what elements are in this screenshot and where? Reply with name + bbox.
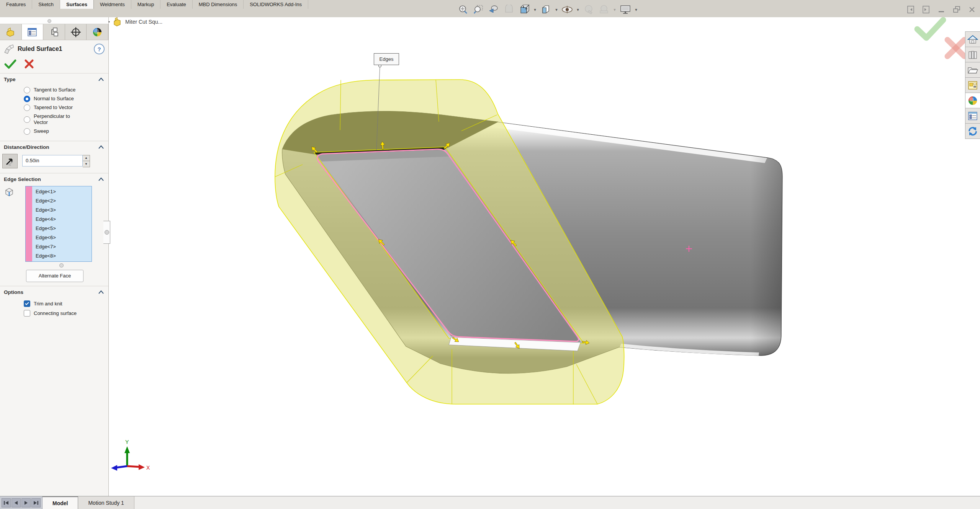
panel-top-strip xyxy=(0,17,108,24)
edge-list-item[interactable]: Edge<6> xyxy=(32,233,92,242)
collapse-pane-right-icon[interactable] xyxy=(921,5,931,15)
radio-label[interactable]: Normal to Surface xyxy=(34,96,74,102)
close-button[interactable] xyxy=(967,5,977,15)
hide-show-items-dropdown[interactable]: ▾ xyxy=(576,7,580,12)
appearances-icon[interactable] xyxy=(965,93,980,108)
tab-solidworks-addins[interactable]: SOLIDWORKS Add-Ins xyxy=(244,0,308,9)
distance-input[interactable] xyxy=(22,155,83,166)
restore-button[interactable] xyxy=(952,5,962,15)
edge-list-item[interactable]: Edge<5> xyxy=(32,224,92,233)
distance-direction-section: Distance/Direction ▲▼ xyxy=(0,141,108,173)
task-pane xyxy=(965,31,980,139)
viewport-3d-scene[interactable]: Y X Z xyxy=(0,0,980,509)
checkbox-label[interactable]: Connecting surface xyxy=(34,310,77,316)
edge-list-item[interactable]: Edge<8> xyxy=(32,251,92,261)
tab-property-manager[interactable] xyxy=(22,24,44,40)
hide-show-items-icon[interactable] xyxy=(561,3,574,16)
heads-up-toolbar: ▾ ▾ ▾ ▾ ▾ xyxy=(0,9,980,17)
view-palette-icon[interactable] xyxy=(965,78,980,93)
radio-tangent-to-surface[interactable] xyxy=(24,87,30,93)
radio-label[interactable]: Tapered to Vector xyxy=(34,104,73,111)
radio-sweep[interactable] xyxy=(24,128,30,135)
breadcrumb-label[interactable]: Miter Cut Squ... xyxy=(125,19,162,25)
previous-view-icon[interactable] xyxy=(487,3,500,16)
radio-tapered-to-vector[interactable] xyxy=(24,104,30,111)
checkbox-trim-and-knit[interactable] xyxy=(24,300,30,307)
tab-sketch[interactable]: Sketch xyxy=(32,0,60,9)
tab-mbd-dimensions[interactable]: MBD Dimensions xyxy=(193,0,244,9)
confirm-ok-button[interactable] xyxy=(917,20,943,38)
edge-selection-section: Edge Selection Edge<1> Edge<2> Edge<3> E… xyxy=(0,173,108,286)
confirm-cancel-button[interactable] xyxy=(947,40,964,56)
edge-list-item[interactable]: Edge<3> xyxy=(32,206,92,215)
apply-scene-dropdown: ▾ xyxy=(613,7,617,12)
list-resize-handle[interactable] xyxy=(59,263,64,268)
panel-title: Ruled Surface1 xyxy=(18,46,91,52)
view-orientation-icon[interactable] xyxy=(518,3,531,16)
display-style-dropdown[interactable]: ▾ xyxy=(555,7,558,12)
first-tab-button[interactable] xyxy=(2,498,11,507)
collapse-chevron-icon[interactable] xyxy=(98,78,104,81)
tab-dimxpert-manager[interactable] xyxy=(65,24,87,40)
help-button[interactable]: ? xyxy=(94,44,105,54)
type-section: Type Tangent to Surface Normal to Surfac… xyxy=(0,73,108,141)
radio-label[interactable]: Sweep xyxy=(34,128,49,134)
reference-triad: Y X Z xyxy=(104,439,150,471)
zoom-to-fit-icon[interactable] xyxy=(456,3,470,16)
design-library-icon[interactable] xyxy=(965,47,980,62)
collapse-chevron-icon[interactable] xyxy=(98,145,104,149)
radio-perpendicular-to-vector[interactable] xyxy=(24,116,30,123)
home-icon[interactable] xyxy=(965,31,980,47)
tab-display-manager[interactable] xyxy=(87,24,108,40)
solidworks-resources-icon[interactable] xyxy=(965,124,980,139)
panel-splitter-handle[interactable] xyxy=(103,221,110,244)
checkbox-label[interactable]: Trim and knit xyxy=(34,301,62,307)
radio-label[interactable]: Perpendicular to Vector xyxy=(34,113,82,126)
radio-normal-to-surface[interactable] xyxy=(24,96,30,102)
tab-surfaces[interactable]: Surfaces xyxy=(60,0,94,9)
property-manager-panel: Ruled Surface1 ? Type Tangent to Surface… xyxy=(0,17,109,496)
zoom-to-area-icon[interactable] xyxy=(472,3,485,16)
edge-list-item[interactable]: Edge<4> xyxy=(32,215,92,224)
edge-list-item[interactable]: Edge<7> xyxy=(32,242,92,251)
collapse-chevron-icon[interactable] xyxy=(98,290,104,294)
edge-selection-list[interactable]: Edge<1> Edge<2> Edge<3> Edge<4> Edge<5> … xyxy=(25,186,92,262)
reverse-direction-button[interactable] xyxy=(2,154,18,168)
distance-section-header[interactable]: Distance/Direction xyxy=(4,144,98,150)
tab-feature-manager[interactable] xyxy=(0,24,22,40)
file-explorer-icon[interactable] xyxy=(965,62,980,78)
apply-scene-icon xyxy=(597,3,610,16)
tab-motion-study-1[interactable]: Motion Study 1 xyxy=(78,496,134,509)
view-settings-dropdown[interactable]: ▾ xyxy=(634,7,638,12)
distance-spinner[interactable]: ▲▼ xyxy=(83,155,90,167)
tab-configuration-manager[interactable] xyxy=(43,24,65,40)
ok-button[interactable] xyxy=(4,59,17,69)
cancel-button[interactable] xyxy=(24,59,34,69)
next-tab-button[interactable] xyxy=(21,498,31,507)
type-section-header[interactable]: Type xyxy=(4,77,98,82)
checkbox-connecting-surface[interactable] xyxy=(24,310,30,316)
tab-features[interactable]: Features xyxy=(0,0,32,9)
view-orientation-dropdown[interactable]: ▾ xyxy=(533,7,537,12)
minimize-button[interactable] xyxy=(936,5,946,15)
display-style-icon[interactable] xyxy=(539,3,552,16)
radio-label[interactable]: Tangent to Surface xyxy=(34,87,75,93)
view-settings-icon[interactable] xyxy=(619,3,632,16)
tab-markup[interactable]: Markup xyxy=(131,0,160,9)
custom-properties-icon[interactable] xyxy=(965,108,980,124)
options-section-header[interactable]: Options xyxy=(4,289,98,295)
edge-selection-header[interactable]: Edge Selection xyxy=(4,176,98,182)
edges-callout[interactable]: Edges xyxy=(374,53,399,65)
collapse-chevron-icon[interactable] xyxy=(98,178,104,181)
alternate-face-button[interactable]: Alternate Face xyxy=(26,270,83,282)
previous-tab-button[interactable] xyxy=(11,498,21,507)
tab-model[interactable]: Model xyxy=(43,496,78,509)
tab-weldments[interactable]: Weldments xyxy=(94,0,131,9)
panel-grip-handle[interactable] xyxy=(47,19,51,23)
tab-evaluate[interactable]: Evaluate xyxy=(160,0,193,9)
last-tab-button[interactable] xyxy=(31,498,41,507)
collapse-pane-left-icon[interactable] xyxy=(906,5,916,15)
edge-list-item[interactable]: Edge<2> xyxy=(32,196,92,206)
triad-x-label: X xyxy=(146,465,150,471)
edge-list-item[interactable]: Edge<1> xyxy=(32,187,92,196)
